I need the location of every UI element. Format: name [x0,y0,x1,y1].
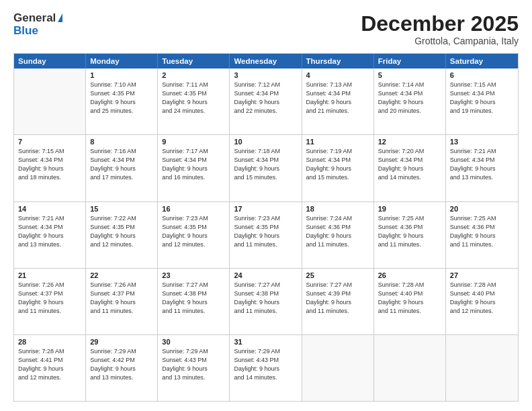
cell-info: Sunrise: 7:14 AMSunset: 4:34 PMDaylight:… [378,81,441,116]
cell-info: Sunrise: 7:18 AMSunset: 4:34 PMDaylight:… [234,147,297,182]
cal-cell: 4Sunrise: 7:13 AMSunset: 4:34 PMDaylight… [302,68,374,134]
cal-cell: 10Sunrise: 7:18 AMSunset: 4:34 PMDayligh… [230,135,302,201]
cal-cell: 7Sunrise: 7:15 AMSunset: 4:34 PMDaylight… [14,135,86,201]
cal-header-thursday: Thursday [302,54,374,68]
cell-info: Sunrise: 7:27 AMSunset: 4:38 PMDaylight:… [162,281,225,316]
day-number: 12 [378,138,441,146]
cell-info: Sunrise: 7:29 AMSunset: 4:43 PMDaylight:… [162,347,225,382]
cal-cell: 26Sunrise: 7:28 AMSunset: 4:40 PMDayligh… [374,269,446,334]
cal-header-saturday: Saturday [446,54,518,68]
day-number: 17 [234,205,297,213]
cal-row-3: 21Sunrise: 7:26 AMSunset: 4:37 PMDayligh… [14,269,518,335]
logo: General Blue [13,12,62,37]
cell-info: Sunrise: 7:16 AMSunset: 4:34 PMDaylight:… [90,147,153,182]
day-number: 6 [450,71,514,79]
cal-cell: 9Sunrise: 7:17 AMSunset: 4:34 PMDaylight… [158,135,230,201]
day-number: 8 [90,138,153,146]
day-number: 16 [162,205,225,213]
cell-info: Sunrise: 7:19 AMSunset: 4:34 PMDaylight:… [306,147,369,182]
day-number: 15 [90,205,153,213]
cal-header-friday: Friday [374,54,446,68]
cell-info: Sunrise: 7:29 AMSunset: 4:43 PMDaylight:… [234,347,297,382]
cell-info: Sunrise: 7:24 AMSunset: 4:36 PMDaylight:… [306,214,369,249]
day-number: 25 [306,271,369,279]
logo-triangle-icon [58,13,62,22]
day-number: 31 [234,338,297,346]
day-number: 11 [306,138,369,146]
cell-info: Sunrise: 7:20 AMSunset: 4:34 PMDaylight:… [378,147,441,182]
day-number: 30 [162,338,225,346]
day-number: 29 [90,338,153,346]
month-title: December 2025 [361,12,519,36]
cal-cell: 15Sunrise: 7:22 AMSunset: 4:35 PMDayligh… [86,202,158,268]
cal-cell [14,68,86,134]
title-block: December 2025 Grottola, Campania, Italy [361,12,519,46]
day-number: 27 [450,271,514,279]
cell-info: Sunrise: 7:28 AMSunset: 4:40 PMDaylight:… [378,281,441,316]
cell-info: Sunrise: 7:26 AMSunset: 4:37 PMDaylight:… [18,281,81,316]
cell-info: Sunrise: 7:25 AMSunset: 4:36 PMDaylight:… [378,214,441,249]
cell-info: Sunrise: 7:17 AMSunset: 4:34 PMDaylight:… [162,147,225,182]
cal-row-1: 7Sunrise: 7:15 AMSunset: 4:34 PMDaylight… [14,135,518,201]
day-number: 1 [90,71,153,79]
day-number: 7 [18,138,81,146]
cell-info: Sunrise: 7:27 AMSunset: 4:38 PMDaylight:… [234,281,297,316]
location: Grottola, Campania, Italy [361,36,519,46]
cell-info: Sunrise: 7:25 AMSunset: 4:36 PMDaylight:… [450,214,514,249]
cell-info: Sunrise: 7:15 AMSunset: 4:34 PMDaylight:… [18,147,81,182]
cell-info: Sunrise: 7:13 AMSunset: 4:34 PMDaylight:… [306,81,369,116]
cal-cell [302,335,374,401]
header: General Blue December 2025 Grottola, Cam… [13,12,519,46]
cal-cell: 17Sunrise: 7:23 AMSunset: 4:35 PMDayligh… [230,202,302,268]
cal-cell: 3Sunrise: 7:12 AMSunset: 4:34 PMDaylight… [230,68,302,134]
cal-header-sunday: Sunday [14,54,86,68]
cal-cell: 20Sunrise: 7:25 AMSunset: 4:36 PMDayligh… [446,202,518,268]
cell-info: Sunrise: 7:10 AMSunset: 4:35 PMDaylight:… [90,81,153,116]
logo-general: General [13,12,56,25]
day-number: 21 [18,271,81,279]
cell-info: Sunrise: 7:26 AMSunset: 4:37 PMDaylight:… [90,281,153,316]
cal-cell: 16Sunrise: 7:23 AMSunset: 4:35 PMDayligh… [158,202,230,268]
cal-cell: 25Sunrise: 7:27 AMSunset: 4:39 PMDayligh… [302,269,374,334]
cal-cell: 6Sunrise: 7:15 AMSunset: 4:34 PMDaylight… [446,68,518,134]
cal-cell: 11Sunrise: 7:19 AMSunset: 4:34 PMDayligh… [302,135,374,201]
cal-cell: 5Sunrise: 7:14 AMSunset: 4:34 PMDaylight… [374,68,446,134]
day-number: 22 [90,271,153,279]
day-number: 2 [162,71,225,79]
cell-info: Sunrise: 7:23 AMSunset: 4:35 PMDaylight:… [234,214,297,249]
calendar-header: SundayMondayTuesdayWednesdayThursdayFrid… [14,54,518,68]
day-number: 9 [162,138,225,146]
cal-cell: 28Sunrise: 7:28 AMSunset: 4:41 PMDayligh… [14,335,86,401]
day-number: 24 [234,271,297,279]
cal-row-0: 1Sunrise: 7:10 AMSunset: 4:35 PMDaylight… [14,68,518,135]
cal-cell: 14Sunrise: 7:21 AMSunset: 4:34 PMDayligh… [14,202,86,268]
cell-info: Sunrise: 7:29 AMSunset: 4:42 PMDaylight:… [90,347,153,382]
cell-info: Sunrise: 7:15 AMSunset: 4:34 PMDaylight:… [450,81,514,116]
cal-header-monday: Monday [86,54,158,68]
cal-cell: 27Sunrise: 7:28 AMSunset: 4:40 PMDayligh… [446,269,518,334]
cal-cell [446,335,518,401]
cal-cell: 13Sunrise: 7:21 AMSunset: 4:34 PMDayligh… [446,135,518,201]
day-number: 26 [378,271,441,279]
calendar: SundayMondayTuesdayWednesdayThursdayFrid… [13,53,519,402]
cal-cell: 1Sunrise: 7:10 AMSunset: 4:35 PMDaylight… [86,68,158,134]
day-number: 28 [18,338,81,346]
cal-cell: 19Sunrise: 7:25 AMSunset: 4:36 PMDayligh… [374,202,446,268]
cell-info: Sunrise: 7:21 AMSunset: 4:34 PMDaylight:… [18,214,81,249]
cal-cell: 31Sunrise: 7:29 AMSunset: 4:43 PMDayligh… [230,335,302,401]
cal-row-4: 28Sunrise: 7:28 AMSunset: 4:41 PMDayligh… [14,335,518,401]
day-number: 23 [162,271,225,279]
day-number: 3 [234,71,297,79]
cal-cell: 2Sunrise: 7:11 AMSunset: 4:35 PMDaylight… [158,68,230,134]
day-number: 14 [18,205,81,213]
calendar-body: 1Sunrise: 7:10 AMSunset: 4:35 PMDaylight… [14,68,518,401]
cell-info: Sunrise: 7:28 AMSunset: 4:40 PMDaylight:… [450,281,514,316]
cal-cell: 12Sunrise: 7:20 AMSunset: 4:34 PMDayligh… [374,135,446,201]
cal-row-2: 14Sunrise: 7:21 AMSunset: 4:34 PMDayligh… [14,202,518,269]
cell-info: Sunrise: 7:21 AMSunset: 4:34 PMDaylight:… [450,147,514,182]
cell-info: Sunrise: 7:28 AMSunset: 4:41 PMDaylight:… [18,347,81,382]
day-number: 18 [306,205,369,213]
cal-cell: 30Sunrise: 7:29 AMSunset: 4:43 PMDayligh… [158,335,230,401]
cal-cell: 29Sunrise: 7:29 AMSunset: 4:42 PMDayligh… [86,335,158,401]
day-number: 4 [306,71,369,79]
